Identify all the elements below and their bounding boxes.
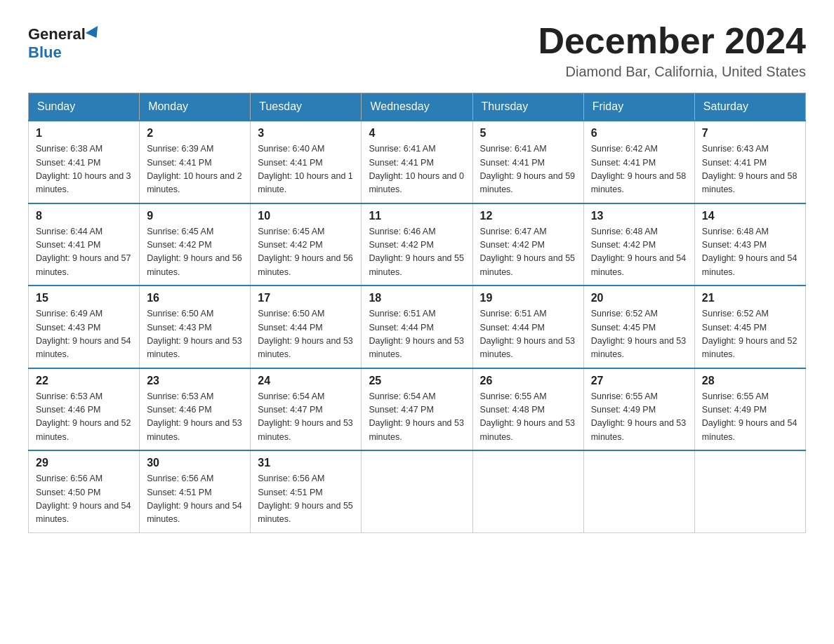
calendar-week-row: 1 Sunrise: 6:38 AMSunset: 4:41 PMDayligh…	[29, 121, 806, 203]
title-section: December 2024 Diamond Bar, California, U…	[538, 21, 806, 80]
table-row: 27 Sunrise: 6:55 AMSunset: 4:49 PMDaylig…	[583, 368, 694, 451]
table-row: 11 Sunrise: 6:46 AMSunset: 4:42 PMDaylig…	[362, 203, 472, 286]
day-info: Sunrise: 6:40 AMSunset: 4:41 PMDaylight:…	[258, 142, 354, 197]
day-info: Sunrise: 6:46 AMSunset: 4:42 PMDaylight:…	[369, 225, 465, 280]
calendar-week-row: 15 Sunrise: 6:49 AMSunset: 4:43 PMDaylig…	[29, 286, 806, 368]
table-row: 26 Sunrise: 6:55 AMSunset: 4:48 PMDaylig…	[472, 368, 583, 451]
day-number: 4	[369, 127, 465, 140]
day-number: 17	[258, 292, 354, 304]
day-info: Sunrise: 6:47 AMSunset: 4:42 PMDaylight:…	[480, 225, 576, 280]
table-row: 1 Sunrise: 6:38 AMSunset: 4:41 PMDayligh…	[29, 121, 140, 203]
col-saturday: Saturday	[694, 93, 805, 121]
day-info: Sunrise: 6:56 AMSunset: 4:51 PMDaylight:…	[258, 472, 354, 527]
page-header: General Blue December 2024 Diamond Bar, …	[28, 21, 806, 80]
day-info: Sunrise: 6:54 AMSunset: 4:47 PMDaylight:…	[258, 390, 354, 445]
table-row: 17 Sunrise: 6:50 AMSunset: 4:44 PMDaylig…	[251, 286, 362, 368]
day-number: 12	[480, 210, 576, 222]
day-info: Sunrise: 6:41 AMSunset: 4:41 PMDaylight:…	[369, 142, 465, 197]
col-wednesday: Wednesday	[362, 93, 472, 121]
day-number: 5	[480, 127, 576, 140]
day-info: Sunrise: 6:55 AMSunset: 4:49 PMDaylight:…	[591, 390, 687, 445]
day-info: Sunrise: 6:39 AMSunset: 4:41 PMDaylight:…	[147, 142, 243, 197]
day-number: 6	[591, 127, 687, 140]
calendar-table: Sunday Monday Tuesday Wednesday Thursday…	[28, 93, 806, 533]
day-number: 7	[702, 127, 798, 140]
day-info: Sunrise: 6:51 AMSunset: 4:44 PMDaylight:…	[369, 307, 465, 362]
day-info: Sunrise: 6:56 AMSunset: 4:51 PMDaylight:…	[147, 472, 243, 527]
day-info: Sunrise: 6:50 AMSunset: 4:44 PMDaylight:…	[258, 307, 354, 362]
table-row: 19 Sunrise: 6:51 AMSunset: 4:44 PMDaylig…	[472, 286, 583, 368]
day-info: Sunrise: 6:41 AMSunset: 4:41 PMDaylight:…	[480, 142, 576, 197]
table-row: 7 Sunrise: 6:43 AMSunset: 4:41 PMDayligh…	[694, 121, 805, 203]
day-number: 2	[147, 127, 243, 140]
table-row	[694, 450, 805, 532]
day-number: 30	[147, 457, 243, 469]
table-row: 12 Sunrise: 6:47 AMSunset: 4:42 PMDaylig…	[472, 203, 583, 286]
table-row: 30 Sunrise: 6:56 AMSunset: 4:51 PMDaylig…	[140, 450, 251, 532]
day-number: 27	[591, 375, 687, 387]
table-row: 2 Sunrise: 6:39 AMSunset: 4:41 PMDayligh…	[140, 121, 251, 203]
day-number: 19	[480, 292, 576, 304]
calendar-header-row: Sunday Monday Tuesday Wednesday Thursday…	[29, 93, 806, 121]
table-row: 16 Sunrise: 6:50 AMSunset: 4:43 PMDaylig…	[140, 286, 251, 368]
day-number: 24	[258, 375, 354, 387]
table-row: 8 Sunrise: 6:44 AMSunset: 4:41 PMDayligh…	[29, 203, 140, 286]
calendar-title: December 2024	[538, 21, 806, 61]
day-info: Sunrise: 6:52 AMSunset: 4:45 PMDaylight:…	[591, 307, 687, 362]
col-thursday: Thursday	[472, 93, 583, 121]
day-number: 15	[36, 292, 132, 304]
day-info: Sunrise: 6:43 AMSunset: 4:41 PMDaylight:…	[702, 142, 798, 197]
day-info: Sunrise: 6:44 AMSunset: 4:41 PMDaylight:…	[36, 225, 132, 280]
day-info: Sunrise: 6:48 AMSunset: 4:42 PMDaylight:…	[591, 225, 687, 280]
table-row: 31 Sunrise: 6:56 AMSunset: 4:51 PMDaylig…	[251, 450, 362, 532]
table-row: 24 Sunrise: 6:54 AMSunset: 4:47 PMDaylig…	[251, 368, 362, 451]
table-row: 13 Sunrise: 6:48 AMSunset: 4:42 PMDaylig…	[583, 203, 694, 286]
table-row: 5 Sunrise: 6:41 AMSunset: 4:41 PMDayligh…	[472, 121, 583, 203]
table-row	[583, 450, 694, 532]
day-info: Sunrise: 6:48 AMSunset: 4:43 PMDaylight:…	[702, 225, 798, 280]
day-info: Sunrise: 6:53 AMSunset: 4:46 PMDaylight:…	[36, 390, 132, 445]
day-info: Sunrise: 6:51 AMSunset: 4:44 PMDaylight:…	[480, 307, 576, 362]
day-number: 10	[258, 210, 354, 222]
table-row: 29 Sunrise: 6:56 AMSunset: 4:50 PMDaylig…	[29, 450, 140, 532]
table-row: 10 Sunrise: 6:45 AMSunset: 4:42 PMDaylig…	[251, 203, 362, 286]
day-number: 21	[702, 292, 798, 304]
day-info: Sunrise: 6:42 AMSunset: 4:41 PMDaylight:…	[591, 142, 687, 197]
day-number: 8	[36, 210, 132, 222]
day-number: 28	[702, 375, 798, 387]
table-row: 6 Sunrise: 6:42 AMSunset: 4:41 PMDayligh…	[583, 121, 694, 203]
table-row: 15 Sunrise: 6:49 AMSunset: 4:43 PMDaylig…	[29, 286, 140, 368]
day-info: Sunrise: 6:54 AMSunset: 4:47 PMDaylight:…	[369, 390, 465, 445]
day-number: 25	[369, 375, 465, 387]
day-number: 18	[369, 292, 465, 304]
table-row: 14 Sunrise: 6:48 AMSunset: 4:43 PMDaylig…	[694, 203, 805, 286]
day-info: Sunrise: 6:38 AMSunset: 4:41 PMDaylight:…	[36, 142, 132, 197]
calendar-subtitle: Diamond Bar, California, United States	[538, 64, 806, 80]
logo: General Blue	[28, 27, 101, 62]
table-row: 18 Sunrise: 6:51 AMSunset: 4:44 PMDaylig…	[362, 286, 472, 368]
day-info: Sunrise: 6:52 AMSunset: 4:45 PMDaylight:…	[702, 307, 798, 362]
logo-blue-text: Blue	[28, 43, 62, 62]
table-row: 4 Sunrise: 6:41 AMSunset: 4:41 PMDayligh…	[362, 121, 472, 203]
table-row: 23 Sunrise: 6:53 AMSunset: 4:46 PMDaylig…	[140, 368, 251, 451]
table-row	[472, 450, 583, 532]
table-row: 3 Sunrise: 6:40 AMSunset: 4:41 PMDayligh…	[251, 121, 362, 203]
table-row: 25 Sunrise: 6:54 AMSunset: 4:47 PMDaylig…	[362, 368, 472, 451]
col-sunday: Sunday	[29, 93, 140, 121]
day-info: Sunrise: 6:53 AMSunset: 4:46 PMDaylight:…	[147, 390, 243, 445]
day-number: 16	[147, 292, 243, 304]
logo-general: General	[28, 27, 101, 42]
day-number: 23	[147, 375, 243, 387]
day-info: Sunrise: 6:50 AMSunset: 4:43 PMDaylight:…	[147, 307, 243, 362]
day-number: 13	[591, 210, 687, 222]
day-info: Sunrise: 6:56 AMSunset: 4:50 PMDaylight:…	[36, 472, 132, 527]
day-info: Sunrise: 6:55 AMSunset: 4:49 PMDaylight:…	[702, 390, 798, 445]
day-number: 29	[36, 457, 132, 469]
day-number: 3	[258, 127, 354, 140]
day-number: 14	[702, 210, 798, 222]
table-row: 20 Sunrise: 6:52 AMSunset: 4:45 PMDaylig…	[583, 286, 694, 368]
table-row: 22 Sunrise: 6:53 AMSunset: 4:46 PMDaylig…	[29, 368, 140, 451]
logo-arrow-icon	[86, 26, 102, 41]
day-number: 9	[147, 210, 243, 222]
day-number: 20	[591, 292, 687, 304]
